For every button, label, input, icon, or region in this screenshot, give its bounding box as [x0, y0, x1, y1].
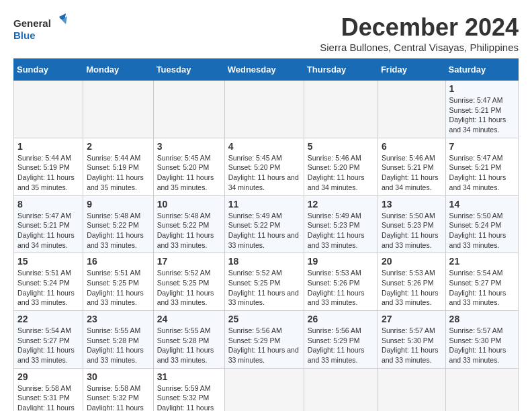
- calendar-cell: 22 Sunrise: 5:54 AM Sunset: 5:27 PM Dayl…: [14, 311, 83, 369]
- calendar-cell: [304, 81, 378, 138]
- day-number: 27: [382, 314, 442, 324]
- day-number: 26: [308, 314, 374, 324]
- calendar-cell: 6 Sunrise: 5:46 AM Sunset: 5:21 PM Dayli…: [378, 138, 445, 195]
- day-info: Sunrise: 5:44 AM Sunset: 5:19 PM Dayligh…: [17, 153, 79, 193]
- day-number: 2: [87, 141, 149, 152]
- calendar-cell: 9 Sunrise: 5:48 AM Sunset: 5:22 PM Dayli…: [83, 195, 153, 253]
- day-info: Sunrise: 5:51 AM Sunset: 5:24 PM Dayligh…: [17, 268, 79, 308]
- day-info: Sunrise: 5:56 AM Sunset: 5:29 PM Dayligh…: [228, 326, 300, 365]
- day-info: Sunrise: 5:57 AM Sunset: 5:30 PM Dayligh…: [449, 326, 515, 365]
- calendar-cell: 1 Sunrise: 5:47 AM Sunset: 5:21 PM Dayli…: [445, 81, 518, 138]
- subtitle: Sierra Bullones, Central Visayas, Philip…: [320, 42, 519, 53]
- day-info: Sunrise: 5:46 AM Sunset: 5:20 PM Dayligh…: [308, 153, 374, 193]
- day-number: 28: [449, 314, 515, 324]
- day-info: Sunrise: 5:53 AM Sunset: 5:26 PM Dayligh…: [382, 268, 442, 308]
- calendar-cell: [14, 81, 83, 138]
- col-header-sunday: Sunday: [14, 59, 83, 81]
- day-info: Sunrise: 5:58 AM Sunset: 5:32 PM Dayligh…: [87, 383, 149, 411]
- day-info: Sunrise: 5:56 AM Sunset: 5:29 PM Dayligh…: [308, 326, 374, 365]
- day-info: Sunrise: 5:54 AM Sunset: 5:27 PM Dayligh…: [17, 326, 79, 365]
- day-info: Sunrise: 5:47 AM Sunset: 5:21 PM Dayligh…: [17, 211, 79, 250]
- calendar-cell: 24 Sunrise: 5:55 AM Sunset: 5:28 PM Dayl…: [153, 311, 224, 369]
- svg-text:General: General: [13, 17, 51, 29]
- calendar-cell: 15 Sunrise: 5:51 AM Sunset: 5:24 PM Dayl…: [14, 253, 83, 311]
- calendar-cell: 30 Sunrise: 5:58 AM Sunset: 5:32 PM Dayl…: [83, 368, 153, 411]
- logo-container: General Blue: [13, 13, 67, 46]
- day-info: Sunrise: 5:54 AM Sunset: 5:27 PM Dayligh…: [449, 268, 515, 308]
- day-info: Sunrise: 5:58 AM Sunset: 5:31 PM Dayligh…: [17, 383, 79, 411]
- calendar-week-5: 29 Sunrise: 5:58 AM Sunset: 5:31 PM Dayl…: [14, 368, 519, 411]
- calendar-cell: 5 Sunrise: 5:46 AM Sunset: 5:20 PM Dayli…: [304, 138, 378, 195]
- day-info: Sunrise: 5:53 AM Sunset: 5:26 PM Dayligh…: [308, 268, 374, 308]
- day-info: Sunrise: 5:59 AM Sunset: 5:32 PM Dayligh…: [157, 383, 221, 411]
- calendar-week-1: 1 Sunrise: 5:44 AM Sunset: 5:19 PM Dayli…: [14, 138, 519, 195]
- logo: General Blue: [13, 13, 67, 46]
- calendar-cell: 4 Sunrise: 5:45 AM Sunset: 5:20 PM Dayli…: [224, 138, 304, 195]
- day-number: 3: [157, 141, 221, 152]
- calendar-cell: 14 Sunrise: 5:50 AM Sunset: 5:24 PM Dayl…: [445, 195, 518, 253]
- day-info: Sunrise: 5:48 AM Sunset: 5:22 PM Dayligh…: [87, 211, 149, 250]
- day-number: 21: [449, 256, 515, 267]
- calendar-week-0: 1 Sunrise: 5:47 AM Sunset: 5:21 PM Dayli…: [14, 81, 519, 138]
- title-block: December 2024 Sierra Bullones, Central V…: [320, 13, 519, 53]
- calendar-cell: 19 Sunrise: 5:53 AM Sunset: 5:26 PM Dayl…: [304, 253, 378, 311]
- day-number: 1: [17, 141, 79, 152]
- day-info: Sunrise: 5:44 AM Sunset: 5:19 PM Dayligh…: [87, 153, 149, 193]
- day-number: 4: [228, 141, 300, 152]
- calendar-cell: 3 Sunrise: 5:45 AM Sunset: 5:20 PM Dayli…: [153, 138, 224, 195]
- day-info: Sunrise: 5:45 AM Sunset: 5:20 PM Dayligh…: [157, 153, 221, 193]
- logo-graphic: General Blue: [13, 13, 67, 46]
- calendar-cell: 20 Sunrise: 5:53 AM Sunset: 5:26 PM Dayl…: [378, 253, 445, 311]
- calendar-cell: [378, 368, 445, 411]
- calendar-cell: 26 Sunrise: 5:56 AM Sunset: 5:29 PM Dayl…: [304, 311, 378, 369]
- calendar-cell: 25 Sunrise: 5:56 AM Sunset: 5:29 PM Dayl…: [224, 311, 304, 369]
- day-info: Sunrise: 5:52 AM Sunset: 5:25 PM Dayligh…: [157, 268, 221, 308]
- calendar-table: SundayMondayTuesdayWednesdayThursdayFrid…: [13, 58, 519, 411]
- calendar-cell: [378, 81, 445, 138]
- day-number: 22: [17, 314, 79, 324]
- day-number: 30: [87, 371, 149, 382]
- calendar-cell: 1 Sunrise: 5:44 AM Sunset: 5:19 PM Dayli…: [14, 138, 83, 195]
- day-info: Sunrise: 5:49 AM Sunset: 5:23 PM Dayligh…: [308, 211, 374, 250]
- calendar-cell: [445, 368, 518, 411]
- day-info: Sunrise: 5:49 AM Sunset: 5:22 PM Dayligh…: [228, 211, 300, 250]
- calendar-cell: 23 Sunrise: 5:55 AM Sunset: 5:28 PM Dayl…: [83, 311, 153, 369]
- calendar-cell: 17 Sunrise: 5:52 AM Sunset: 5:25 PM Dayl…: [153, 253, 224, 311]
- day-number: 14: [449, 199, 515, 210]
- day-info: Sunrise: 5:55 AM Sunset: 5:28 PM Dayligh…: [157, 326, 221, 365]
- day-number: 5: [308, 141, 374, 152]
- col-header-saturday: Saturday: [445, 59, 518, 81]
- day-number: 10: [157, 199, 221, 210]
- calendar-week-3: 15 Sunrise: 5:51 AM Sunset: 5:24 PM Dayl…: [14, 253, 519, 311]
- day-info: Sunrise: 5:47 AM Sunset: 5:21 PM Dayligh…: [449, 153, 515, 193]
- calendar-cell: [153, 81, 224, 138]
- calendar-cell: 29 Sunrise: 5:58 AM Sunset: 5:31 PM Dayl…: [14, 368, 83, 411]
- day-number: 16: [87, 256, 149, 267]
- calendar-cell: [224, 368, 304, 411]
- calendar-cell: [83, 81, 153, 138]
- calendar-cell: [224, 81, 304, 138]
- day-info: Sunrise: 5:48 AM Sunset: 5:22 PM Dayligh…: [157, 211, 221, 250]
- day-number: 19: [308, 256, 374, 267]
- calendar-cell: 10 Sunrise: 5:48 AM Sunset: 5:22 PM Dayl…: [153, 195, 224, 253]
- day-number: 11: [228, 199, 300, 210]
- calendar-cell: 8 Sunrise: 5:47 AM Sunset: 5:21 PM Dayli…: [14, 195, 83, 253]
- day-number: 9: [87, 199, 149, 210]
- day-info: Sunrise: 5:55 AM Sunset: 5:28 PM Dayligh…: [87, 326, 149, 365]
- day-number: 13: [382, 199, 442, 210]
- main-title: December 2024: [320, 13, 519, 42]
- calendar-cell: 11 Sunrise: 5:49 AM Sunset: 5:22 PM Dayl…: [224, 195, 304, 253]
- calendar-cell: 31 Sunrise: 5:59 AM Sunset: 5:32 PM Dayl…: [153, 368, 224, 411]
- day-number: 25: [228, 314, 300, 324]
- day-info: Sunrise: 5:50 AM Sunset: 5:24 PM Dayligh…: [449, 211, 515, 250]
- col-header-monday: Monday: [83, 59, 153, 81]
- day-number: 18: [228, 256, 300, 267]
- day-number: 6: [382, 141, 442, 152]
- calendar-cell: 27 Sunrise: 5:57 AM Sunset: 5:30 PM Dayl…: [378, 311, 445, 369]
- calendar-week-2: 8 Sunrise: 5:47 AM Sunset: 5:21 PM Dayli…: [14, 195, 519, 253]
- day-number: 17: [157, 256, 221, 267]
- calendar-cell: 7 Sunrise: 5:47 AM Sunset: 5:21 PM Dayli…: [445, 138, 518, 195]
- calendar-cell: 16 Sunrise: 5:51 AM Sunset: 5:25 PM Dayl…: [83, 253, 153, 311]
- calendar-cell: 13 Sunrise: 5:50 AM Sunset: 5:23 PM Dayl…: [378, 195, 445, 253]
- day-number: 20: [382, 256, 442, 267]
